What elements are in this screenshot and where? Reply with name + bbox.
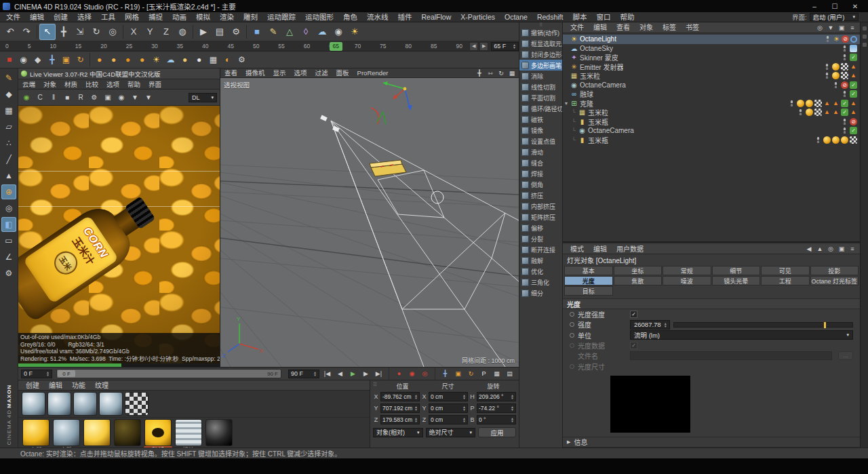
tag-disabled-icon[interactable]: ⊘ xyxy=(841,81,848,89)
object-row-OctaneSky[interactable]: ☁OctaneSky xyxy=(563,44,860,54)
tag-material[interactable] xyxy=(832,136,840,144)
tab-工程[interactable]: 工程 xyxy=(761,276,810,285)
command-线性切割[interactable]: 线性切割 xyxy=(519,81,562,92)
live-viewer-header[interactable]: Live Viewer 3.07-R2 中国C4D联盟中文汉化版 xyxy=(18,68,220,79)
animation-dot[interactable] xyxy=(570,322,574,327)
command-断开连接[interactable]: 断开连接 xyxy=(519,244,562,255)
tag-sun-icon[interactable]: ☀ xyxy=(833,35,840,43)
coord-input-尺寸-X[interactable]: 0 cm▲▼ xyxy=(429,392,468,401)
command-挤压[interactable]: 挤压 xyxy=(519,190,562,201)
material-preview[interactable] xyxy=(114,419,141,446)
key-position-button[interactable]: ╋ xyxy=(439,368,452,380)
object-manager-menu-文件[interactable]: 文件 xyxy=(566,22,589,33)
strength-slider[interactable] xyxy=(673,322,853,328)
tab-可见[interactable]: 可见 xyxy=(761,266,810,275)
menu-流水线[interactable]: 流水线 xyxy=(362,12,393,22)
render-preview[interactable]: CORN 玉米汁 玉米 Out-of-core used/max:0Kb/4Gb… xyxy=(18,106,220,367)
expand-icon[interactable]: ▼ xyxy=(563,101,570,106)
object-row-融球[interactable]: ∞融球✓ xyxy=(563,90,860,99)
object-manager-menu-查看[interactable]: 查看 xyxy=(612,22,635,33)
command-偏移[interactable]: 偏移 xyxy=(519,222,562,233)
am-up-icon[interactable]: ▲ xyxy=(814,244,825,254)
tag-visibility-dots[interactable] xyxy=(841,54,848,61)
viewport-menu-选项[interactable]: 选项 xyxy=(290,68,311,78)
octane-logo-icon[interactable]: ◉ xyxy=(20,91,33,104)
command-细分[interactable]: 细分 xyxy=(519,288,562,298)
polygons-mode-icon[interactable]: ▲ xyxy=(1,168,16,183)
coord-input-旋转-H[interactable]: 209.206 °▲▼ xyxy=(477,392,516,401)
tag-visibility-dots[interactable] xyxy=(824,35,831,43)
size-mode-dropdown[interactable]: 绝对尺寸▾ xyxy=(426,428,476,437)
material-menu-纹理[interactable]: 纹理 xyxy=(90,380,113,391)
command-缝合[interactable]: 缝合 xyxy=(519,157,562,168)
tag-texture[interactable] xyxy=(814,100,822,107)
render-settings-icon[interactable]: ⚙ xyxy=(228,24,244,40)
material-preview[interactable] xyxy=(175,419,202,446)
minimize-button[interactable]: – xyxy=(804,0,825,12)
edges-mode-icon[interactable]: ╱ xyxy=(1,152,16,167)
tag-texture[interactable] xyxy=(841,72,848,79)
prev-frame-button[interactable]: ◀ xyxy=(334,368,347,380)
key-pla-button[interactable]: ▦ xyxy=(490,368,503,380)
viewer-menu-比较[interactable]: 比较 xyxy=(81,79,102,90)
modeling-settings-icon[interactable]: ⚙ xyxy=(1,266,16,281)
key-parameter-button[interactable]: P xyxy=(477,368,490,380)
tag-warning-icon[interactable]: ▲ xyxy=(850,72,857,79)
tag-disabled-icon[interactable]: ⊘ xyxy=(850,118,857,125)
viewer-menu-材质[interactable]: 材质 xyxy=(60,79,81,90)
coord-input-尺寸-Y[interactable]: 0 cm▲▼ xyxy=(429,403,468,413)
tab-基本[interactable]: 基本 xyxy=(564,266,613,275)
range-end-field[interactable]: 90 F▲▼ xyxy=(288,370,319,378)
points-mode-icon[interactable]: ∴ xyxy=(1,136,16,151)
tag-check-icon[interactable]: ✓ xyxy=(850,90,857,98)
tag-material[interactable] xyxy=(806,108,813,116)
tag-warning-icon[interactable]: ▲ xyxy=(850,100,857,107)
toggle-view-icon[interactable]: ▦ xyxy=(507,68,517,77)
range-slider-grip[interactable]: 0 F xyxy=(58,370,75,377)
menu-运动跟踪[interactable]: 运动跟踪 xyxy=(262,12,300,22)
rotate-tool-icon[interactable]: ↻ xyxy=(88,24,104,40)
command-循环/路径切割[interactable]: 循环/路径切割 xyxy=(519,103,562,114)
menu-动画[interactable]: 动画 xyxy=(167,12,191,22)
attribute-menu-编辑[interactable]: 编辑 xyxy=(589,244,612,254)
am-search-icon[interactable]: ◎ xyxy=(825,244,836,254)
maximize-button[interactable]: ☐ xyxy=(825,0,845,12)
om-lock-icon[interactable]: ▣ xyxy=(836,23,847,33)
y-axis-lock-icon[interactable]: Y xyxy=(142,24,158,40)
camera-icon[interactable]: ◉ xyxy=(330,24,347,40)
shelf-material-1[interactable] xyxy=(22,392,45,416)
tag-visibility-dots[interactable] xyxy=(814,136,822,144)
tag-target-icon[interactable] xyxy=(850,36,857,43)
tab-光度[interactable]: 光度 xyxy=(564,276,613,285)
coord-input-旋转-B[interactable]: 0 °▲▼ xyxy=(477,415,516,424)
object-row-玉米粒[interactable]: ▦玉米粒▲ xyxy=(563,71,860,81)
command-滑动[interactable]: 滑动 xyxy=(519,146,562,157)
scale-key-icon[interactable]: ▣ xyxy=(59,53,73,67)
menu-窗口[interactable]: 窗口 xyxy=(591,12,615,22)
viewport-solo-icon[interactable]: ◎ xyxy=(1,201,16,216)
tag-warning-icon[interactable]: ▲ xyxy=(823,100,831,107)
material-preview[interactable] xyxy=(144,419,172,446)
tab-镜头光晕[interactable]: 镜头光晕 xyxy=(712,276,761,285)
autokeying-button[interactable]: ◉ xyxy=(406,368,418,380)
viewport-menu-面板[interactable]: 面板 xyxy=(332,68,353,78)
redo-icon[interactable]: ↷ xyxy=(18,24,35,40)
tag-check-icon[interactable]: ✓ xyxy=(850,54,857,61)
tag-material[interactable] xyxy=(832,63,840,71)
object-row-玉米瓶[interactable]: └▮玉米瓶 xyxy=(563,136,860,145)
pick-focus-icon[interactable]: ▼ xyxy=(142,91,155,104)
close-button[interactable]: ✕ xyxy=(845,0,865,12)
make-editable-icon[interactable]: ✎ xyxy=(1,71,16,85)
command-倒角[interactable]: 倒角 xyxy=(519,179,562,190)
tag-check-icon[interactable]: ✓ xyxy=(850,81,857,89)
animation-dot[interactable] xyxy=(570,333,574,338)
render-view-icon[interactable]: ▶ xyxy=(195,24,212,40)
material-preview[interactable] xyxy=(83,419,111,446)
tag-warning-icon[interactable]: ▲ xyxy=(850,108,857,116)
command-分裂[interactable]: 分裂 xyxy=(519,233,562,244)
timeline-ruler-button[interactable]: ▤ xyxy=(503,368,516,380)
info-section[interactable]: ▶ 信息 xyxy=(563,437,860,448)
quantize-icon[interactable]: ∠ xyxy=(1,250,16,264)
menu-X-Particles[interactable]: X-Particles xyxy=(456,12,500,22)
attribute-menu-模式[interactable]: 模式 xyxy=(566,244,589,254)
